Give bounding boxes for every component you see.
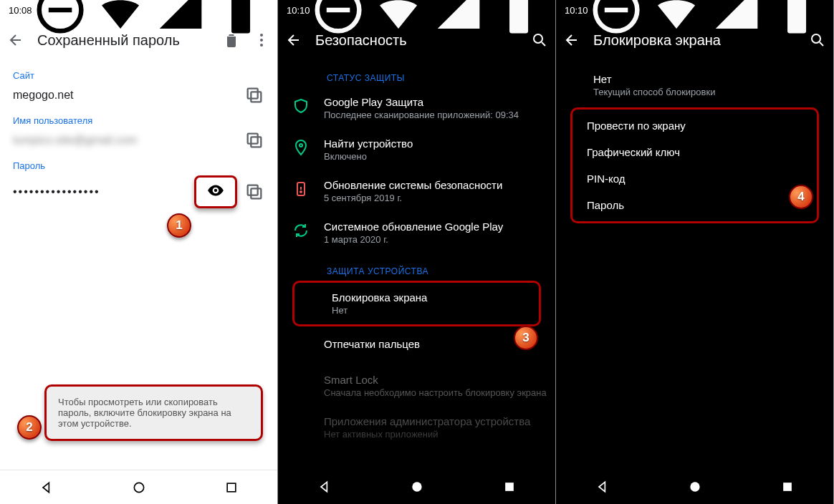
svg-rect-10 (248, 134, 258, 144)
shield-icon (292, 97, 310, 115)
svg-point-25 (412, 482, 421, 491)
nav-back-icon[interactable] (39, 480, 54, 495)
nav-bar (556, 470, 833, 504)
svg-rect-33 (783, 483, 792, 491)
nav-bar (278, 470, 555, 504)
svg-rect-12 (251, 188, 261, 198)
toast-message: Чтобы просмотреть или скопировать пароль… (44, 384, 263, 441)
item-smart-lock: Smart LockСначала необходимо настроить б… (287, 365, 547, 407)
username-value: lumpico.site@gmail.com (13, 134, 237, 147)
svg-point-21 (299, 144, 302, 147)
username-label: Имя пользователя (13, 115, 264, 126)
status-bar: 10:10 (556, 0, 833, 20)
item-screen-lock[interactable]: Блокировка экранаНет (294, 286, 539, 321)
nav-home-icon[interactable] (132, 480, 146, 495)
svg-point-5 (260, 39, 263, 42)
svg-point-31 (812, 34, 820, 43)
page-title: Сохраненный пароль (37, 32, 210, 49)
eye-icon (206, 181, 225, 200)
svg-rect-8 (248, 89, 258, 99)
reveal-password-button[interactable] (194, 175, 237, 208)
item-system-update[interactable]: Системное обновление Google Play1 марта … (287, 212, 547, 253)
nav-bar (0, 470, 277, 504)
password-label: Пароль (13, 160, 264, 171)
content: СТАТУС ЗАЩИТЫ Google Play ЗащитаПоследне… (278, 73, 555, 448)
status-bar: 10:10 (278, 0, 555, 20)
svg-point-24 (300, 191, 302, 193)
svg-point-16 (317, 0, 359, 31)
nav-recent-icon[interactable] (780, 480, 795, 494)
svg-point-6 (260, 44, 263, 47)
page-title: Блокировка экрана (593, 32, 796, 49)
annotation-badge-2: 2 (17, 415, 42, 440)
svg-rect-13 (248, 185, 258, 195)
item-swipe[interactable]: Провести по экрану (572, 112, 817, 139)
back-icon[interactable] (563, 32, 580, 49)
refresh-icon (292, 222, 310, 239)
svg-rect-15 (227, 483, 236, 492)
svg-point-0 (39, 0, 81, 31)
alert-icon (292, 180, 310, 198)
nav-back-icon[interactable] (595, 480, 610, 494)
phone-saved-password: 10:08 Сохраненный пароль Сайт megogo.net… (0, 0, 278, 504)
search-icon[interactable] (531, 32, 548, 49)
nav-home-icon[interactable] (688, 480, 702, 494)
item-play-protect[interactable]: Google Play ЗащитаПоследнее сканирование… (287, 87, 547, 129)
nav-back-icon[interactable] (317, 480, 332, 494)
nav-home-icon[interactable] (410, 480, 424, 494)
item-pattern[interactable]: Графический ключ (572, 139, 817, 165)
back-icon[interactable] (285, 32, 302, 49)
password-value: •••••••••••••••• (13, 185, 187, 198)
svg-point-14 (134, 483, 143, 492)
item-find-device[interactable]: Найти устройствоВключено (287, 129, 547, 170)
svg-point-20 (534, 34, 542, 43)
location-icon (292, 139, 310, 156)
svg-point-11 (214, 189, 217, 192)
svg-point-4 (260, 34, 263, 37)
svg-rect-9 (251, 137, 261, 147)
search-icon[interactable] (809, 32, 826, 49)
item-pin[interactable]: PIN-код (572, 165, 817, 192)
delete-icon[interactable] (223, 32, 240, 49)
annotation-badge-3: 3 (514, 326, 538, 350)
svg-rect-29 (787, 0, 806, 34)
status-bar: 10:08 (0, 0, 277, 20)
content: Сайт megogo.net Имя пользователя lumpico… (0, 70, 277, 208)
item-none[interactable]: Нет Текущий способ блокировки (579, 66, 810, 105)
annotation-badge-4: 4 (789, 185, 813, 209)
annotation-badge-1: 1 (167, 213, 191, 238)
section-header: ЗАЩИТА УСТРОЙСТВА (287, 266, 547, 276)
nav-recent-icon[interactable] (502, 480, 517, 494)
content: Нет Текущий способ блокировки Провести п… (556, 60, 833, 232)
svg-rect-18 (509, 0, 528, 34)
more-icon[interactable] (253, 32, 270, 49)
svg-rect-2 (231, 0, 250, 34)
item-security-update[interactable]: Обновление системы безопасности5 сентябр… (287, 170, 547, 212)
item-admin-apps[interactable]: Приложения администратора устройстваНет … (287, 407, 547, 448)
item-fingerprints[interactable]: Отпечатки пальцев (287, 329, 547, 365)
nav-recent-icon[interactable] (224, 480, 239, 495)
back-icon[interactable] (7, 32, 24, 49)
site-label: Сайт (13, 70, 264, 81)
copy-icon[interactable] (244, 130, 264, 150)
clock: 10:10 (565, 5, 588, 16)
phone-security: 10:10 Безопасность СТАТУС ЗАЩИТЫ Google … (278, 0, 556, 504)
clock: 10:10 (287, 5, 310, 16)
site-value[interactable]: megogo.net (13, 89, 237, 102)
highlight-lock-screen: Блокировка экранаНет (292, 281, 541, 326)
page-title: Безопасность (315, 32, 518, 49)
section-header: СТАТУС ЗАЩИТЫ (287, 73, 547, 83)
clock: 10:08 (9, 5, 32, 16)
highlight-lock-options: Провести по экрану Графический ключ PIN-… (570, 107, 819, 223)
svg-point-27 (595, 0, 637, 31)
phone-lock-screen: 10:10 Блокировка экрана Нет Текущий спос… (556, 0, 834, 504)
item-password[interactable]: Пароль (572, 192, 817, 218)
copy-icon[interactable] (244, 182, 264, 202)
svg-rect-26 (505, 483, 514, 491)
svg-point-32 (690, 482, 699, 491)
copy-icon[interactable] (244, 85, 264, 105)
svg-rect-7 (251, 92, 261, 102)
